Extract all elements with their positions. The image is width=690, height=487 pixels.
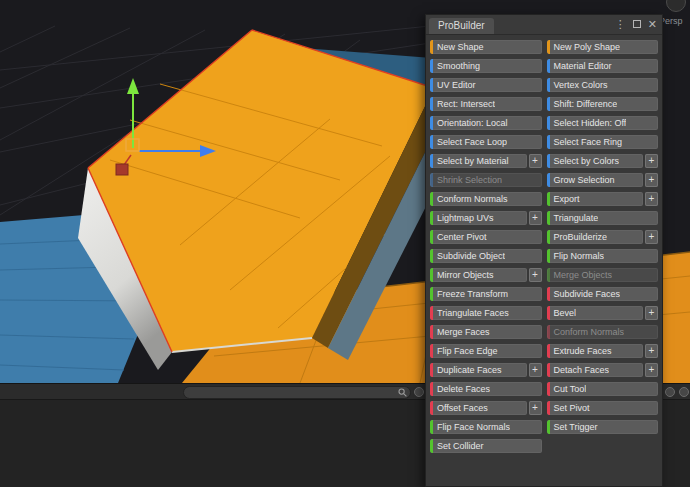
pb-button-shrink-selection: Shrink Selection <box>430 173 542 187</box>
pb-button-merge-objects: Merge Objects <box>547 268 659 282</box>
pb-row: Orientation: Local <box>430 116 542 130</box>
pb-button-rect-intersect[interactable]: Rect: Intersect <box>430 97 542 111</box>
pb-options-button-export[interactable]: + <box>645 192 658 206</box>
pb-button-label: Select Face Loop <box>433 137 507 147</box>
pb-button-mirror-objects[interactable]: Mirror Objects <box>430 268 527 282</box>
pb-button-new-poly-shape[interactable]: New Poly Shape <box>547 40 659 54</box>
pb-button-label: Conform Normals <box>550 327 625 337</box>
pb-button-export[interactable]: Export <box>547 192 644 206</box>
pb-button-select-hidden-off[interactable]: Select Hidden: Off <box>547 116 659 130</box>
pb-button-label: New Poly Shape <box>550 42 621 52</box>
pb-button-set-trigger[interactable]: Set Trigger <box>547 420 659 434</box>
pb-button-conform-normals[interactable]: Conform Normals <box>430 192 542 206</box>
pb-row: Flip Normals <box>547 249 659 263</box>
pb-button-offset-faces[interactable]: Offset Faces <box>430 401 527 415</box>
kebab-menu-icon[interactable]: ⋮ <box>615 18 626 30</box>
pb-button-detach-faces[interactable]: Detach Faces <box>547 363 644 377</box>
pb-button-label: Triangulate Faces <box>433 308 509 318</box>
pb-button-subdivide-object[interactable]: Subdivide Object <box>430 249 542 263</box>
search-input[interactable] <box>190 387 394 400</box>
pb-button-label: Delete Faces <box>433 384 490 394</box>
pb-button-smoothing[interactable]: Smoothing <box>430 59 542 73</box>
pb-options-button-grow-selection[interactable]: + <box>645 173 658 187</box>
pb-button-label: Orientation: Local <box>433 118 508 128</box>
pb-button-triangulate[interactable]: Triangulate <box>547 211 659 225</box>
pb-button-flip-face-normals[interactable]: Flip Face Normals <box>430 420 542 434</box>
pb-button-select-by-material[interactable]: Select by Material <box>430 154 527 168</box>
pb-options-button-bevel[interactable]: + <box>645 306 658 320</box>
pb-row: Conform Normals <box>547 325 659 339</box>
pb-button-delete-faces[interactable]: Delete Faces <box>430 382 542 396</box>
pb-button-label: Extrude Faces <box>550 346 612 356</box>
pb-row: Cut Tool <box>547 382 659 396</box>
pb-button-grow-selection[interactable]: Grow Selection <box>547 173 644 187</box>
pb-options-button-select-by-material[interactable]: + <box>529 154 542 168</box>
pb-button-bevel[interactable]: Bevel <box>547 306 644 320</box>
pb-button-material-editor[interactable]: Material Editor <box>547 59 659 73</box>
pb-button-label: Detach Faces <box>550 365 610 375</box>
pb-button-cut-tool[interactable]: Cut Tool <box>547 382 659 396</box>
pb-button-probuilderize[interactable]: ProBuilderize <box>547 230 644 244</box>
pb-button-freeze-transform[interactable]: Freeze Transform <box>430 287 542 301</box>
search-field[interactable] <box>183 386 411 399</box>
pb-button-flip-normals[interactable]: Flip Normals <box>547 249 659 263</box>
console-badge-icon[interactable] <box>679 387 689 397</box>
pb-row: Set Trigger <box>547 420 659 434</box>
pb-button-extrude-faces[interactable]: Extrude Faces <box>547 344 644 358</box>
pb-button-label: Select Hidden: Off <box>550 118 627 128</box>
pb-button-merge-faces[interactable]: Merge Faces <box>430 325 542 339</box>
pb-options-button-select-by-colors[interactable]: + <box>645 154 658 168</box>
console-badge-icon[interactable] <box>414 387 424 397</box>
pb-options-button-offset-faces[interactable]: + <box>529 401 542 415</box>
pb-row: Merge Faces <box>430 325 542 339</box>
pb-button-select-face-ring[interactable]: Select Face Ring <box>547 135 659 149</box>
pb-button-label: Lightmap UVs <box>433 213 494 223</box>
maximize-icon[interactable] <box>633 20 641 28</box>
pb-row: Duplicate Faces+ <box>430 363 542 377</box>
pb-button-shift-difference[interactable]: Shift: Difference <box>547 97 659 111</box>
pb-button-label: Subdivide Object <box>433 251 505 261</box>
pb-options-button-probuilderize[interactable]: + <box>645 230 658 244</box>
pb-button-label: Material Editor <box>550 61 612 71</box>
pb-button-orientation-local[interactable]: Orientation: Local <box>430 116 542 130</box>
pb-button-label: Duplicate Faces <box>433 365 502 375</box>
pb-button-new-shape[interactable]: New Shape <box>430 40 542 54</box>
pb-row: Select Hidden: Off <box>547 116 659 130</box>
pb-options-button-duplicate-faces[interactable]: + <box>529 363 542 377</box>
pb-row: Grow Selection+ <box>547 173 659 187</box>
pb-button-select-face-loop[interactable]: Select Face Loop <box>430 135 542 149</box>
pb-row: Select Face Loop <box>430 135 542 149</box>
pb-button-set-collider[interactable]: Set Collider <box>430 439 542 453</box>
pb-button-label: Set Collider <box>433 441 484 451</box>
pb-button-uv-editor[interactable]: UV Editor <box>430 78 542 92</box>
pivot-cube[interactable] <box>116 164 128 175</box>
pb-button-label: Select by Colors <box>550 156 620 166</box>
pb-button-flip-face-edge[interactable]: Flip Face Edge <box>430 344 542 358</box>
pb-button-label: Set Trigger <box>550 422 598 432</box>
pb-row: Triangulate Faces <box>430 306 542 320</box>
pb-button-subdivide-faces[interactable]: Subdivide Faces <box>547 287 659 301</box>
pb-options-button-extrude-faces[interactable]: + <box>645 344 658 358</box>
pb-button-lightmap-uvs[interactable]: Lightmap UVs <box>430 211 527 225</box>
pb-button-center-pivot[interactable]: Center Pivot <box>430 230 542 244</box>
pb-button-label: Smoothing <box>433 61 480 71</box>
pb-row: Extrude Faces+ <box>547 344 659 358</box>
pb-button-label: Set Pivot <box>550 403 590 413</box>
probuilder-titlebar[interactable]: ProBuilder ⋮ ✕ <box>426 15 662 35</box>
pb-button-label: Shrink Selection <box>433 175 502 185</box>
pb-options-button-lightmap-uvs[interactable]: + <box>529 211 542 225</box>
pb-button-label: UV Editor <box>433 80 476 90</box>
close-icon[interactable]: ✕ <box>648 18 657 30</box>
console-badge-icon[interactable] <box>665 387 675 397</box>
pb-button-triangulate-faces[interactable]: Triangulate Faces <box>430 306 542 320</box>
pb-options-button-mirror-objects[interactable]: + <box>529 268 542 282</box>
pb-button-select-by-colors[interactable]: Select by Colors <box>547 154 644 168</box>
pb-button-label: Center Pivot <box>433 232 487 242</box>
pb-button-vertex-colors[interactable]: Vertex Colors <box>547 78 659 92</box>
pb-options-button-detach-faces[interactable]: + <box>645 363 658 377</box>
pb-button-set-pivot[interactable]: Set Pivot <box>547 401 659 415</box>
probuilder-title: ProBuilder <box>429 18 494 34</box>
pb-row: Freeze Transform <box>430 287 542 301</box>
pb-row: Vertex Colors <box>547 78 659 92</box>
pb-button-duplicate-faces[interactable]: Duplicate Faces <box>430 363 527 377</box>
